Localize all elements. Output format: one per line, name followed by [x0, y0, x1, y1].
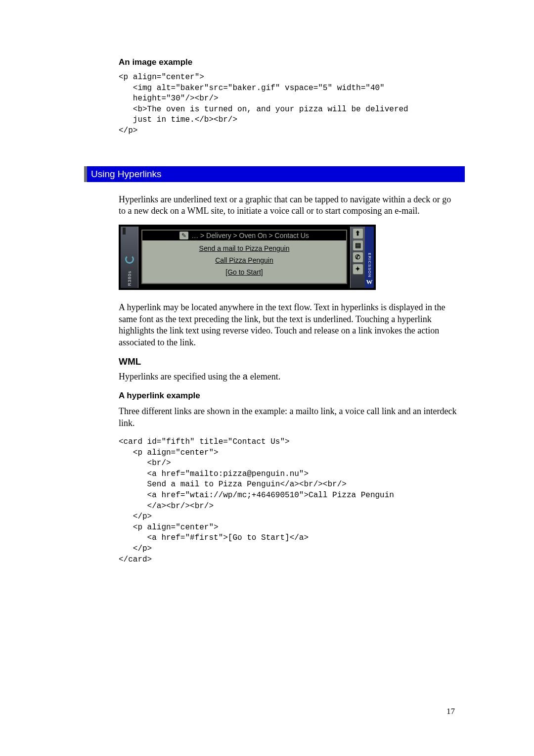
phone-icon[interactable]: ✆	[353, 252, 363, 263]
wml-text-post: element.	[248, 372, 280, 381]
para-hyperlinks-intro: Hyperlinks are underlined text or a grap…	[119, 194, 460, 217]
nav-icon[interactable]: ✦	[353, 264, 363, 275]
brand-label: ERICSSON	[367, 253, 372, 278]
breadcrumb: … > Delivery > Oven On > Contact Us	[191, 232, 309, 239]
wml-text-pre: Hyperlinks are specified using the	[119, 372, 242, 381]
device-left-panel: R380s	[121, 227, 138, 288]
doc-icon[interactable]: ▤	[353, 240, 363, 251]
logo-swirl-icon	[125, 255, 134, 264]
code-block-image-example: <p align="center"> <img alt="baker"src="…	[119, 72, 460, 137]
device-model-label: R380s	[127, 271, 132, 286]
link-call-pizza[interactable]: Call Pizza Penguin	[215, 256, 273, 264]
pencil-icon	[179, 232, 188, 239]
screen-titlebar: … > Delivery > Oven On > Contact Us	[142, 231, 346, 240]
brand-logo-icon: W	[366, 278, 373, 286]
device-screenshot: R380s … > Delivery > Oven On > Contact U…	[119, 225, 376, 290]
page-number: 17	[446, 707, 455, 716]
section-bar-label: Using Hyperlinks	[91, 169, 162, 180]
para-wml: Hyperlinks are specified using the a ele…	[119, 371, 460, 383]
up-arrow-icon[interactable]: ⬆	[353, 228, 363, 239]
heading-hyperlink-example: A hyperlink example	[119, 391, 460, 401]
device-softkeys: ⬆ ▤ ✆ ✦	[350, 227, 365, 288]
link-send-mail[interactable]: Send a mail to Pizza Penguin	[199, 244, 290, 252]
heading-wml: WML	[119, 356, 460, 367]
section-bar-hyperlinks: Using Hyperlinks	[84, 166, 465, 182]
link-go-start[interactable]: [Go to Start]	[225, 268, 263, 276]
device-brand-strip: ERICSSON W	[365, 227, 374, 288]
device-screen-area: … > Delivery > Oven On > Contact Us Send…	[138, 227, 350, 288]
code-block-hyperlink-example: <card id="fifth" title="Contact Us"> <p …	[119, 437, 460, 565]
wml-text-mono: a	[242, 372, 248, 382]
heading-image-example: An image example	[119, 57, 460, 67]
para-hyperlink-example-intro: Three different links are shown in the e…	[119, 406, 460, 429]
para-hyperlink-behaviour: A hyperlink may be located anywhere in t…	[119, 302, 460, 348]
antenna-icon	[123, 228, 126, 235]
